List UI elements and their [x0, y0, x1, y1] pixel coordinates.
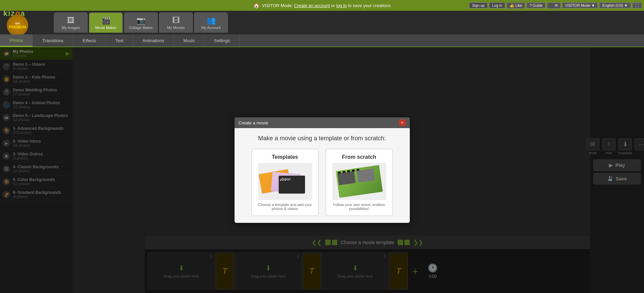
language-button[interactable]: English (US) ▼ [599, 2, 631, 8]
tab-transitions[interactable]: Transitions [33, 34, 73, 47]
my-account-icon: 👥 [207, 16, 216, 25]
tab-text[interactable]: Text [106, 34, 133, 47]
main-area: 📁 My Photos (0 photo) ▶ 🎬 Demo 1 – Video… [0, 47, 644, 293]
movie-maker-label: Movie Maker [95, 26, 117, 30]
my-images-label: My Images [62, 26, 80, 30]
nav-tab-movie-maker[interactable]: 🎬 Movie Maker [89, 12, 123, 33]
tab-music[interactable]: Music [174, 34, 205, 47]
film-strip [336, 165, 383, 198]
my-account-label: My Account [202, 26, 221, 30]
tab-effects[interactable]: Effects [73, 34, 106, 47]
visitor-message: VISITOR Mode: Create an account or log i… [262, 3, 391, 8]
modal-heading: Make a movie using a template or from sc… [241, 135, 403, 142]
topbar-right: Sign up Log in 👍 Like ? Guide 📞✉ VISITOR… [469, 0, 644, 11]
nav-tab-collage-maker[interactable]: 📷 Collage Maker [124, 12, 158, 33]
template-card-star: ★★★ [279, 179, 286, 182]
film-hole-3 [347, 170, 350, 173]
logo-area: kizoa Get PREMIUM [3, 9, 47, 36]
templates-desc: Choose a template and add your photos & … [257, 203, 313, 211]
film-hole-1 [338, 171, 341, 174]
premium-badge[interactable]: Get PREMIUM [7, 14, 28, 36]
login-button[interactable]: Log in [489, 2, 505, 8]
visitor-mode-button[interactable]: VISITOR Mode ▼ [562, 2, 598, 8]
guide-button[interactable]: ? Guide [526, 2, 546, 8]
scratch-image [332, 163, 386, 200]
modal-close-button[interactable]: × [399, 119, 406, 126]
scratch-card[interactable]: From scratch [326, 149, 393, 216]
templates-card[interactable]: Templates Vintage ★★★ Choose a template … [251, 149, 319, 216]
my-movies-label: My Movies [167, 26, 185, 30]
nav-tab-my-images[interactable]: 🖼 My Images [54, 12, 88, 33]
tab-settings[interactable]: Settings [205, 34, 240, 47]
modal-header: Create a movie × [235, 117, 410, 128]
signup-button[interactable]: Sign up [469, 2, 488, 8]
film-visual [334, 165, 385, 198]
film-hole-4 [352, 170, 355, 172]
nav-tab-my-account[interactable]: 👥 My Account [194, 12, 228, 33]
modal-overlay: Create a movie × Make a movie using a te… [0, 47, 644, 293]
collage-maker-icon: 📷 [136, 16, 146, 25]
home-icon[interactable]: 🏠 [253, 2, 260, 9]
tab-animations[interactable]: Animations [133, 34, 174, 47]
scratch-desc: Follow your own mood: endless possibilit… [331, 203, 388, 211]
movie-maker-icon: 🎬 [101, 16, 111, 25]
topbar: 🏠 VISITOR Mode: Create an account or log… [0, 0, 644, 11]
create-account-link[interactable]: Create an account [294, 3, 330, 8]
my-movies-icon: 🎞 [172, 16, 180, 25]
my-images-icon: 🖼 [67, 16, 74, 25]
nav-tab-my-movies[interactable]: 🎞 My Movies [159, 12, 193, 33]
templates-title: Templates [272, 154, 298, 160]
film-hole-5 [356, 169, 359, 171]
templates-image: Vintage ★★★ [258, 163, 312, 200]
film-holes [336, 165, 379, 175]
template-visual: Vintage ★★★ [260, 165, 310, 198]
nav-tabs: 🖼 My Images 🎬 Movie Maker 📷 Collage Make… [54, 12, 228, 33]
tab-photos[interactable]: Photos [0, 34, 33, 47]
header: kizoa Get PREMIUM 🖼 My Images 🎬 Movie Ma… [0, 11, 644, 34]
expand-button[interactable]: ⛶ [632, 2, 642, 8]
film-hole-2 [342, 171, 345, 173]
login-link[interactable]: log in [336, 3, 347, 8]
collage-maker-label: Collage Maker [129, 26, 153, 30]
phone-button[interactable]: 📞✉ [547, 2, 561, 9]
create-movie-modal: Create a movie × Make a movie using a te… [235, 117, 410, 223]
scratch-title: From scratch [342, 154, 376, 160]
modal-choices: Templates Vintage ★★★ Choose a template … [241, 149, 403, 216]
modal-title: Create a movie [239, 120, 268, 125]
modal-body: Make a movie using a template or from sc… [235, 128, 410, 223]
toolbar: Photos Transitions Effects Text Animatio… [0, 34, 644, 47]
fb-like-button[interactable]: 👍 Like [507, 2, 525, 9]
